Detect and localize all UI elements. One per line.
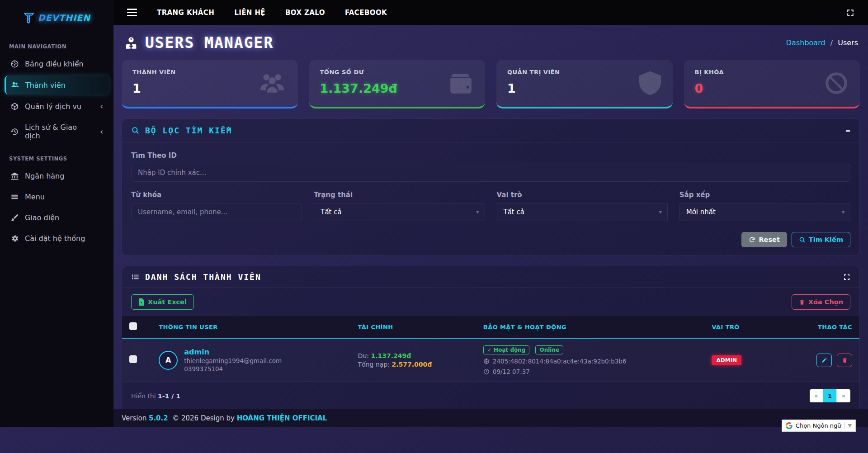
filter-status-label: Trạng thái — [314, 191, 485, 199]
delete-selected-button[interactable]: Xóa Chọn — [792, 294, 850, 310]
clock-icon — [483, 368, 490, 375]
fullscreen-icon[interactable] — [846, 9, 854, 17]
sidebar-item-label: Lịch sử & Giao dịch — [25, 123, 94, 140]
expand-icon[interactable] — [843, 274, 850, 281]
avatar: A — [159, 351, 178, 370]
edit-button[interactable] — [816, 354, 832, 367]
col-user: THÔNG TIN USER — [151, 316, 350, 338]
brush-icon — [10, 213, 19, 222]
pencil-icon — [821, 357, 827, 363]
page-prev-button[interactable]: « — [810, 389, 823, 402]
col-actions: THAO TÁC — [786, 316, 859, 338]
col-security: BẢO MẬT & HOẠT ĐỘNG — [476, 316, 705, 338]
user-phone: 0399375104 — [184, 365, 282, 373]
filter-sort-label: Sắp xếp — [679, 191, 850, 199]
sidebar-item-bank[interactable]: Ngân hàng — [5, 167, 109, 185]
export-excel-button[interactable]: x Xuất Excel — [131, 294, 194, 310]
filter-panel-title: BỘ LỌC TÌM KIẾM — [145, 126, 232, 135]
chevron-left-icon: ‹ — [100, 127, 103, 136]
delete-button[interactable] — [837, 354, 852, 367]
role-badge: ADMIN — [712, 355, 741, 365]
sidebar-item-history[interactable]: Lịch sử & Giao dịch ‹ — [5, 118, 109, 145]
members-panel-title: DANH SÁCH THÀNH VIÊN — [145, 272, 261, 282]
sidebar-item-label: Menu — [25, 193, 45, 201]
caret-down-icon: ▼ — [848, 423, 852, 429]
sidebar-item-label: Giao diện — [25, 213, 59, 222]
filter-role-select[interactable]: Tất cả — [497, 203, 668, 221]
filter-sort-select[interactable]: Mới nhất — [679, 203, 850, 221]
deposit-value: 2.577.000đ — [392, 361, 432, 368]
sidebar-item-theme[interactable]: Giao diện — [5, 208, 109, 227]
page-title: USERS MANAGER — [123, 34, 274, 52]
username[interactable]: admin — [184, 348, 282, 356]
row-checkbox[interactable] — [129, 355, 137, 363]
sidebar-item-services[interactable]: Quản lý dịch vụ ‹ — [5, 97, 109, 116]
collapse-minus-icon[interactable]: – — [845, 125, 850, 136]
nav-link-facebook[interactable]: FACEBOOK — [345, 9, 387, 17]
search-icon — [799, 236, 806, 243]
breadcrumb-dashboard-link[interactable]: Dashboard — [786, 38, 826, 47]
sidebar-item-label: Cài đặt hệ thống — [25, 234, 85, 243]
online-badge: Online — [535, 345, 563, 354]
stat-card-balance: TỔNG SỐ DƯ 1.137.249đ — [309, 60, 486, 109]
shield-icon — [639, 71, 661, 95]
users-icon — [10, 80, 19, 90]
nav-link-contact[interactable]: LIÊN HỆ — [234, 9, 265, 17]
sidebar-item-label: Ngân hàng — [25, 172, 64, 180]
status-badge: ✓ Hoạt động — [483, 345, 530, 354]
breadcrumb-current: Users — [838, 38, 858, 47]
sidebar-item-label: Thành viên — [25, 81, 66, 90]
stat-card-members: THÀNH VIÊN 1 — [122, 60, 298, 109]
main-content: USERS MANAGER Dashboard / Users THÀNH VI… — [113, 25, 868, 409]
author-link[interactable]: HOÀNG THIỆN OFFICIAL — [237, 414, 327, 422]
reset-button[interactable]: Reset — [741, 232, 787, 247]
pagination: « 1 » — [810, 389, 850, 402]
sidebar-item-members[interactable]: Thành viên — [5, 76, 109, 94]
brand-logo[interactable]: DEVTHIEN — [0, 0, 113, 35]
members-table: THÔNG TIN USER TÀI CHÍNH BẢO MẬT & HOẠT … — [122, 316, 859, 382]
sidebar-section-system: SYSTEM SETTINGS — [0, 147, 113, 165]
last-seen: 09/12 07:37 — [493, 368, 530, 375]
nav-link-zalo[interactable]: BOX ZALO — [285, 9, 325, 17]
version-number: 5.0.2 — [149, 414, 168, 422]
filter-panel: BỘ LỌC TÌM KIẾM – Tìm Theo ID Từ khóa Tr… — [122, 118, 860, 256]
language-selector[interactable]: Chọn Ngôn ngữ ▼ — [782, 420, 856, 432]
hamburger-icon[interactable] — [127, 9, 137, 16]
nav-link-guest[interactable]: TRANG KHÁCH — [157, 9, 214, 17]
bank-icon — [10, 172, 19, 180]
list-icon — [131, 273, 140, 281]
trash-icon — [842, 357, 848, 363]
filter-keyword-input[interactable] — [131, 203, 302, 221]
users-group-icon — [258, 72, 286, 94]
col-finance: TÀI CHÍNH — [351, 316, 476, 338]
footer: Version 5.0.2 © 2026 Design by HOÀNG THI… — [113, 409, 868, 427]
filter-keyword-label: Từ khóa — [131, 191, 302, 199]
select-all-checkbox[interactable] — [129, 322, 137, 330]
dashboard-icon — [10, 60, 19, 68]
search-button[interactable]: Tìm Kiếm — [792, 232, 850, 247]
trash-icon — [799, 299, 805, 306]
sidebar-item-settings[interactable]: Cài đặt hệ thống — [5, 229, 109, 248]
members-panel: DANH SÁCH THÀNH VIÊN x Xuất Excel Xóa Ch… — [122, 266, 860, 409]
history-icon — [10, 127, 19, 136]
sidebar-item-label: Quản lý dịch vụ — [25, 102, 81, 111]
table-row: A admin thienlegaming1994@gmail.com 0399… — [122, 338, 859, 382]
ip-address: 2405:4802:8014:84a0:ac4e:43a:92b0:b3b6 — [493, 358, 627, 365]
stat-card-banned: BỊ KHÓA 0 — [684, 60, 860, 109]
brand-logo-text: DEVTHIEN — [38, 13, 90, 23]
globe-icon — [483, 358, 490, 364]
showing-count: Hiển thị 1-1 / 1 — [131, 392, 180, 400]
page-next-button[interactable]: » — [837, 389, 850, 402]
wallet-icon — [448, 72, 473, 94]
gears-icon — [10, 234, 19, 243]
filter-status-select[interactable]: Tất cả — [314, 203, 485, 221]
page-current-button[interactable]: 1 — [823, 389, 837, 402]
filter-id-input[interactable] — [131, 164, 850, 182]
sidebar-item-dashboard[interactable]: Bảng điều khiển — [5, 55, 109, 73]
sidebar-item-label: Bảng điều khiển — [25, 60, 84, 68]
col-role: VAI TRÒ — [704, 316, 785, 338]
top-navbar: TRANG KHÁCH LIÊN HỆ BOX ZALO FACEBOOK — [113, 0, 868, 25]
refresh-icon — [749, 236, 755, 243]
search-icon — [131, 126, 140, 135]
sidebar-item-menu[interactable]: Menu — [5, 188, 109, 206]
